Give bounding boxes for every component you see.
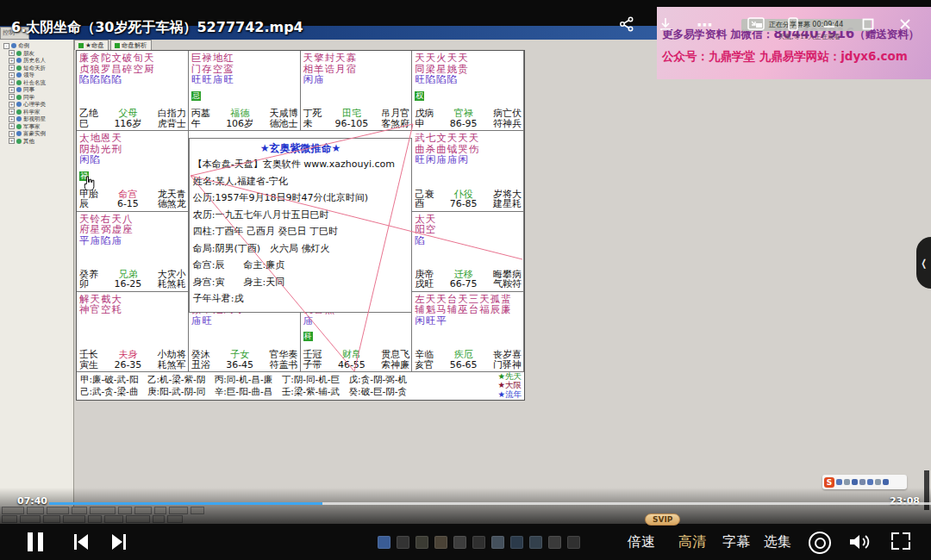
tree-expand-icon[interactable]: + (9, 116, 15, 122)
picture-in-picture-icon[interactable] (746, 14, 766, 34)
tree-node-icon (16, 87, 22, 92)
star-line-2: 府星弼虚座 (79, 224, 134, 235)
palace-label: 官禄86-95 (450, 109, 478, 128)
stem-branch: 戊病申 (415, 109, 434, 128)
tab-icon (78, 43, 84, 48)
svip-badge: SVIP (645, 513, 680, 526)
tree-node-icon (16, 65, 22, 71)
danmaku-tool-icons[interactable] (378, 536, 580, 549)
tree-expand-icon[interactable]: + (9, 72, 15, 78)
minor-stars: 白指力虎背士 (158, 109, 186, 128)
sidebar-item-5[interactable]: +社会名流 (0, 79, 73, 87)
palace-label: 迁移66-75 (450, 270, 478, 289)
episodes-button[interactable]: 选集 (764, 533, 791, 551)
tree-expand-icon[interactable]: - (3, 43, 9, 49)
minimize-icon[interactable] (819, 14, 840, 34)
danmaku-icon-1[interactable] (397, 536, 409, 549)
brightness-line: 闲陷 (79, 154, 122, 165)
sidebar-item-10[interactable]: +影视明星 (0, 115, 73, 123)
danmaku-icon-6[interactable] (491, 536, 504, 549)
brightness-line: 旺旺庙旺 (191, 74, 234, 85)
tree-label: 同事 (23, 86, 34, 94)
speed-button[interactable]: 倍速 (628, 533, 655, 551)
sidebar-item-6[interactable]: +同事 (0, 86, 73, 94)
video-title: 6.太阴坐命（30岁死于车祸）5277742.mp4 (11, 19, 303, 37)
share-icon[interactable] (616, 14, 637, 34)
sidebar-item-13[interactable]: +其他 (0, 138, 73, 146)
danmaku-icon-5[interactable] (472, 536, 485, 549)
tree-expand-icon[interactable]: + (9, 131, 15, 137)
download-icon[interactable] (655, 14, 676, 34)
sidebar-item-3[interactable]: +短命夭折 (0, 65, 73, 72)
stem-branch: 庚帝戌旺 (415, 270, 434, 289)
tree-expand-icon[interactable]: + (9, 123, 15, 129)
sidebar-item-1[interactable]: +朋友 (0, 50, 73, 58)
recorded-app-window: 控制 -命例+朋友+历史名人+短命夭折+领导+社会名流+同事+同学+心理学类+科… (0, 26, 931, 524)
sidebar-item-4[interactable]: +领导 (0, 72, 73, 79)
tree-node-icon (16, 116, 22, 121)
stem-branch: 己衰酉 (415, 190, 434, 209)
danmaku-icon-9[interactable] (548, 536, 561, 549)
tab-jiexi[interactable]: 命盘解析 (110, 40, 152, 50)
pause-button[interactable] (28, 532, 43, 551)
tree-expand-icon[interactable]: + (9, 65, 15, 71)
progress-bar[interactable] (49, 502, 931, 505)
total-time: 23:08 (890, 495, 920, 507)
brightness-line: 陷 (415, 235, 436, 246)
tree-expand-icon[interactable]: + (9, 87, 15, 93)
quality-button[interactable]: 高清 (678, 533, 706, 551)
sidebar-item-2[interactable]: +历史名人 (0, 57, 73, 65)
stem-branch: 乙绝巳 (79, 109, 98, 128)
tree-node-icon (16, 139, 22, 144)
fullscreen-icon[interactable] (891, 532, 910, 550)
more-options-icon[interactable]: ⋯ (694, 14, 715, 34)
chart-legend: ★先天★大限★流年 (497, 372, 522, 399)
legend-item-2: ★流年 (497, 390, 522, 399)
palace-label: 疾厄56-65 (450, 350, 478, 370)
player-control-bar: SVIP 倍速 高清 字幕 选集 (0, 524, 931, 560)
category-tree-panel: -命例+朋友+历史名人+短命夭折+领导+社会名流+同事+同学+心理学类+科学家+… (0, 40, 74, 507)
volume-icon[interactable] (848, 532, 871, 555)
danmaku-icon-2[interactable] (416, 536, 428, 549)
tree-label: 同学 (23, 94, 34, 102)
danmaku-icon-7[interactable] (510, 536, 523, 549)
star-line-2: 辅魁马辅巫台福辰廉 (415, 304, 512, 315)
input-method-icon-2 (852, 479, 858, 485)
star-line-1: 廉贪陀文破旬天 (79, 53, 155, 64)
mini-player-icon[interactable] (783, 14, 803, 34)
danmaku-icon-0[interactable] (378, 536, 391, 549)
danmaku-icon-4[interactable] (453, 536, 466, 549)
tab-mingpan[interactable]: ★命盘 (74, 40, 109, 50)
next-button[interactable] (110, 532, 128, 555)
tree-expand-icon[interactable]: + (9, 102, 15, 108)
sidebar-item-8[interactable]: +心理学类 (0, 101, 73, 109)
tab-label: ★命盘 (85, 40, 104, 50)
sidebar-item-11[interactable]: +军事家 (0, 123, 73, 131)
sidebar-item-7[interactable]: +同学 (0, 94, 73, 102)
ziwei-chart: 廉贪陀文破旬天贞狼罗昌碎空厨陷陷陷陷乙绝巳父母116岁白指力虎背士巨禄地红门存空… (76, 50, 525, 401)
sihua-row-1: 甲:廉-破-武-阳 乙:机-梁-紫-阴 丙:同-机-昌-廉 丁:阴-同-机-巨 … (80, 373, 407, 385)
tree-expand-icon[interactable]: + (9, 58, 15, 64)
palace-label: 父母116岁 (114, 109, 141, 128)
danmaku-icon-8[interactable] (529, 536, 542, 549)
tree-expand-icon[interactable]: + (9, 79, 15, 85)
sidebar-item-12[interactable]: +富豪实例 (0, 130, 73, 138)
tree-expand-icon[interactable]: + (9, 94, 15, 100)
sidebar-item-0[interactable]: -命例 (0, 42, 73, 50)
previous-button[interactable] (72, 532, 90, 555)
danmaku-icon-10[interactable] (567, 536, 580, 549)
screenshot-record-icon[interactable] (809, 532, 831, 554)
tree-expand-icon[interactable]: + (9, 109, 15, 115)
maximize-icon[interactable] (858, 14, 878, 34)
danmaku-icon-3[interactable] (434, 536, 447, 549)
center-info-line-0: 【本命盘-天盘】玄奥软件 www.xazhouyi.com (193, 156, 409, 173)
subtitles-button[interactable]: 字幕 (722, 533, 750, 551)
tree-expand-icon[interactable]: + (9, 50, 15, 56)
close-icon[interactable] (895, 14, 915, 34)
tree-label: 社会名流 (23, 79, 46, 87)
playlist-drawer-handle[interactable]: ❮ (916, 237, 931, 289)
palace-stars: 天铃右天八府星弼虚座平庙陷庙 (79, 214, 134, 246)
sidebar-item-9[interactable]: +科学家 (0, 109, 73, 116)
tree-expand-icon[interactable]: + (9, 138, 15, 144)
tree-node-icon (16, 51, 22, 56)
